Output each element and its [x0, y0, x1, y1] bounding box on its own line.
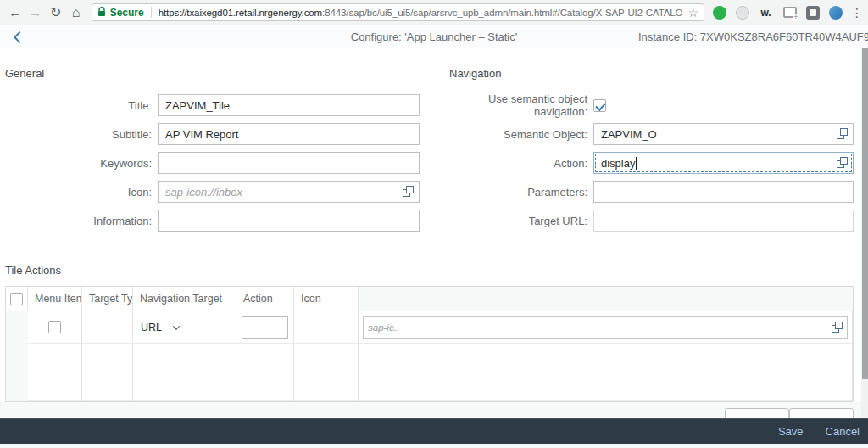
information-row: Information:: [5, 210, 420, 232]
browser-forward-icon[interactable]: →: [25, 3, 46, 23]
col-header-menu-item: Menu Item: [28, 287, 82, 311]
target-type-select[interactable]: URL: [133, 322, 236, 333]
target-url-row: Target URL:: [441, 210, 854, 232]
browser-home-icon[interactable]: ⌂: [66, 3, 86, 23]
select-all-checkbox[interactable]: [10, 293, 23, 305]
row-checkbox[interactable]: [48, 321, 61, 333]
empty-cell: [236, 344, 294, 372]
url-path: :8443/sap/bc/ui5_ui5/sap/arsrvc_upb_admn…: [322, 8, 682, 18]
general-form: Title: Subtitle: Keywords: Icon: Informa…: [5, 94, 420, 238]
subtitle-label: Subtitle:: [5, 128, 158, 141]
title-input[interactable]: [158, 94, 420, 116]
empty-cell: [359, 344, 853, 372]
semantic-nav-checkbox[interactable]: [593, 99, 606, 112]
parameters-row: Parameters:: [441, 181, 854, 203]
empty-cell: [133, 372, 236, 401]
navigation-target-input[interactable]: [242, 316, 288, 339]
secure-lock-icon: [97, 5, 106, 20]
row-icon-field[interactable]: sap-ic..: [363, 316, 848, 339]
col-header-filler: [359, 287, 853, 311]
omnibox-divider: [151, 7, 152, 18]
action-row: Action: display: [441, 152, 854, 174]
semantic-object-row: Semantic Object:: [441, 123, 854, 145]
general-section-title: General: [5, 67, 44, 80]
row-select-cell: [28, 311, 82, 344]
row-icon-value-help-icon[interactable]: [832, 322, 843, 333]
subtitle-input[interactable]: [158, 123, 420, 145]
empty-cell: [294, 344, 359, 372]
title-label: Title:: [5, 99, 158, 112]
browser-toolbar: ← → ↻ ⌂ Secure https://txaixegd01.retail…: [0, 0, 868, 25]
table-filler-area: [6, 311, 28, 401]
footer-toolbar: Save Cancel: [0, 418, 868, 444]
empty-cell: [359, 372, 853, 401]
action-cell: [294, 311, 359, 344]
browser-reload-icon[interactable]: ↻: [46, 3, 66, 23]
keywords-input[interactable]: [158, 152, 420, 174]
empty-cell: [133, 344, 236, 372]
action-label: Action:: [441, 157, 593, 170]
parameters-label: Parameters:: [441, 186, 593, 199]
col-header-action: Action: [236, 287, 294, 311]
extension-dark-square-icon[interactable]: [806, 6, 820, 20]
action-input-text: display: [601, 157, 635, 170]
col-header-target-type: Target Ty...: [82, 287, 133, 311]
empty-cell: [82, 372, 133, 401]
app-window: ← → ↻ ⌂ Secure https://txaixegd01.retail…: [0, 0, 868, 448]
extension-printer-icon[interactable]: [782, 5, 797, 20]
page-header: Configure: 'App Launcher – Static' Insta…: [0, 25, 868, 48]
parameters-input[interactable]: [593, 181, 854, 203]
save-button[interactable]: Save: [778, 425, 804, 438]
url-text[interactable]: https://txaixegd01.retail.nrgenergy.com:…: [159, 8, 683, 18]
semantic-object-value-help-icon[interactable]: [837, 128, 848, 139]
row-icon-placeholder: sap-ic..: [368, 322, 832, 333]
tile-actions-table: Menu Item Target Ty... Navigation Target…: [5, 286, 854, 402]
tile-actions-section-title: Tile Actions: [5, 264, 61, 277]
extension-blue-circle-icon[interactable]: [829, 6, 843, 20]
cancel-button[interactable]: Cancel: [826, 425, 860, 438]
empty-cell: [28, 372, 82, 401]
icon-value-help-icon[interactable]: [403, 186, 414, 197]
target-type-value: URL: [141, 322, 162, 333]
browser-back-icon[interactable]: ←: [5, 3, 25, 23]
address-bar[interactable]: Secure https://txaixegd01.retail.nrgener…: [92, 3, 704, 21]
select-all-header-cell: [6, 287, 28, 311]
browser-menu-icon[interactable]: ⋮: [851, 6, 863, 20]
vertical-scrollbar[interactable]: [861, 48, 868, 418]
icon-cell: sap-ic..: [359, 311, 853, 344]
action-input[interactable]: display: [593, 152, 854, 174]
empty-cell: [294, 372, 359, 401]
extensions-area: w.: [713, 5, 843, 20]
instance-id: Instance ID: 7XW0KSZ8RA6F60TR40W4AUF9: [638, 31, 868, 43]
text-caret: [636, 157, 637, 170]
information-input[interactable]: [158, 210, 420, 232]
extension-green-circle-icon[interactable]: [713, 6, 726, 20]
bookmark-star-icon[interactable]: ☆: [687, 6, 698, 20]
scrollbar-thumb[interactable]: [862, 48, 868, 379]
extension-w-icon[interactable]: w.: [759, 5, 773, 20]
secure-label: Secure: [110, 7, 144, 19]
extension-gray-circle-icon[interactable]: [736, 6, 749, 20]
col-header-navigation-target: Navigation Target: [133, 287, 236, 311]
icon-row: Icon:: [5, 181, 420, 203]
icon-label: Icon:: [5, 186, 158, 199]
keywords-row: Keywords:: [5, 152, 420, 174]
semantic-nav-label: Use semantic object navigation:: [441, 92, 593, 118]
semantic-nav-row: Use semantic object navigation:: [441, 94, 854, 116]
target-url-input[interactable]: [593, 210, 854, 232]
navigation-target-cell: [236, 311, 294, 344]
col-header-icon: Icon: [294, 287, 359, 311]
icon-input[interactable]: [158, 181, 420, 203]
empty-cell: [82, 344, 133, 372]
keywords-label: Keywords:: [5, 157, 158, 170]
title-row: Title:: [5, 94, 420, 116]
bottom-strip: [0, 444, 868, 448]
navigation-section-title: Navigation: [449, 67, 501, 80]
navigation-form: Use semantic object navigation: Semantic…: [441, 94, 854, 238]
menu-item-cell: [82, 311, 133, 344]
semantic-object-input[interactable]: [593, 123, 854, 145]
chevron-down-icon: [173, 322, 180, 329]
target-type-cell: URL: [133, 311, 236, 344]
target-url-label: Target URL:: [441, 215, 593, 227]
action-value-help-icon[interactable]: [837, 157, 848, 168]
